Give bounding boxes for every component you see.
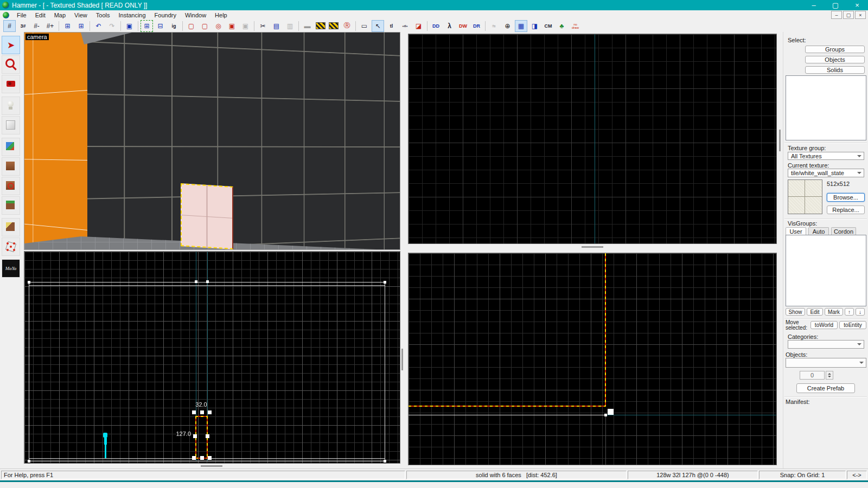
block-tool[interactable] [2, 116, 20, 134]
displacement-draw-icon[interactable]: DD [430, 20, 442, 32]
groups-button[interactable]: Groups [805, 46, 865, 53]
current-texture-dropdown[interactable]: tile/white_wall_state [788, 169, 864, 177]
objects-dropdown[interactable] [786, 358, 866, 368]
splitter-handle-vertical[interactable] [401, 349, 403, 370]
no-rotate-icon[interactable]: Ⓡ [341, 20, 353, 32]
paste-icon[interactable]: ▥ [284, 20, 296, 32]
move-down-button[interactable]: ↓ [856, 308, 865, 316]
move-up-button[interactable]: ↑ [845, 308, 854, 316]
viewport-top-right[interactable] [408, 34, 777, 244]
smoothing-groups-icon[interactable]: ≈ [488, 20, 500, 32]
vertex-tool[interactable] [2, 237, 20, 256]
undo-icon[interactable]: ↶ [92, 20, 105, 32]
minimize-button[interactable]: – [803, 0, 825, 10]
menu-map[interactable]: Map [50, 10, 70, 20]
displacement-remove-icon[interactable]: DR [470, 20, 483, 32]
smaller-grid-icon[interactable]: #- [30, 20, 43, 32]
ignore-groups-icon[interactable]: ig [168, 20, 180, 32]
hide-selected-icon[interactable]: ▢ [185, 20, 197, 32]
resize-handle-n[interactable] [200, 410, 204, 414]
resize-handle-w[interactable] [193, 434, 197, 438]
camera-tool[interactable] [2, 75, 20, 93]
splitter-handle-bottom-left[interactable] [201, 465, 222, 467]
replace-button[interactable]: Replace... [827, 206, 865, 214]
viewport-3d[interactable]: camera [24, 32, 400, 250]
menu-window[interactable]: Window [181, 10, 210, 20]
menu-help[interactable]: Help [210, 10, 232, 20]
to-entity-button[interactable]: toEntity [839, 321, 866, 329]
viewport-bottom-left[interactable]: 32.0 127.0 [24, 251, 400, 464]
splitter-handle-right-column[interactable] [582, 246, 603, 248]
apply-decals-tool[interactable] [2, 177, 20, 195]
mdi-minimize-button[interactable]: – [831, 11, 842, 19]
pick-tool-icon[interactable]: λ [443, 20, 456, 32]
room-corner-handle[interactable] [384, 460, 386, 463]
sphere-icon[interactable]: ⊕ [501, 20, 514, 32]
restore-button[interactable]: ▢ [825, 0, 846, 10]
resize-handle-ne[interactable] [208, 410, 212, 414]
viewport-bottom-right[interactable] [408, 253, 777, 465]
cordon-edit-icon[interactable]: ▣ [226, 20, 238, 32]
vertex-handle[interactable] [604, 414, 607, 416]
cordon-toggle-icon[interactable]: ▣ [239, 20, 252, 32]
group-icon[interactable]: ⊞ [141, 20, 153, 32]
default-texture-icon[interactable]: ▬ [301, 20, 314, 32]
objects-button[interactable]: Objects [805, 56, 865, 63]
texture-lock-icon[interactable]: tl [385, 20, 398, 32]
selection-listbox[interactable] [786, 75, 866, 140]
mdi-close-button[interactable]: × [855, 11, 866, 19]
save-window-state-icon[interactable]: ⊞ [75, 20, 87, 32]
show-button[interactable]: Show [786, 308, 805, 316]
room-corner-handle[interactable] [384, 281, 386, 284]
resize-handle-se[interactable] [208, 456, 212, 460]
texture-scale-lock-stripe-icon[interactable] [329, 22, 339, 29]
vertex-handle[interactable] [206, 280, 209, 283]
visgroups-tab-user[interactable]: User [786, 227, 806, 235]
displacement-walkable-icon[interactable]: DW [457, 20, 469, 32]
select-box-mode-icon[interactable]: ▭ [358, 20, 371, 32]
viewport-label-camera[interactable]: camera [25, 34, 49, 40]
close-button[interactable]: × [846, 0, 868, 10]
texture-lock-stripe-icon[interactable] [316, 22, 326, 29]
resize-handle-e[interactable] [206, 434, 209, 438]
menu-edit[interactable]: Edit [31, 10, 50, 20]
texture-application-tool[interactable] [2, 138, 20, 156]
resize-handle-sw[interactable] [192, 456, 196, 460]
texture-scale-lock-icon[interactable]: +tl+ [399, 20, 411, 32]
entity-tool[interactable] [2, 97, 20, 115]
splitter-handle-right-edge[interactable] [779, 130, 781, 151]
load-window-state-icon[interactable]: ⊞ [61, 20, 74, 32]
object-count-spinner[interactable] [826, 371, 833, 380]
texture-application-icon[interactable]: ▦ [515, 20, 527, 32]
grid-3d-icon[interactable]: 3# [17, 20, 29, 32]
maya-link-button[interactable]: MaYa [2, 259, 20, 278]
selected-brush-3d[interactable] [181, 183, 233, 249]
menu-file[interactable]: File [12, 10, 31, 20]
larger-grid-icon[interactable]: #+ [44, 20, 56, 32]
select-pointer-mode-icon[interactable]: ↖ [372, 20, 384, 32]
apply-current-texture-tool[interactable] [2, 157, 20, 176]
texture-preview[interactable] [788, 179, 822, 214]
categories-dropdown[interactable] [788, 340, 864, 349]
overlay-tool[interactable] [2, 196, 20, 215]
menu-tools[interactable]: Tools [92, 10, 114, 20]
drag-corner-handle[interactable] [608, 409, 614, 415]
menu-foundry[interactable]: Foundry [150, 10, 181, 20]
to-world-button[interactable]: toWorld [810, 321, 838, 329]
no-draw-icon[interactable]: no draw [569, 20, 582, 32]
browse-button[interactable]: Browse... [827, 193, 865, 202]
cut-icon[interactable]: ✂ [257, 20, 269, 32]
mark-button[interactable]: Mark [825, 308, 843, 316]
create-prefab-button[interactable]: Create Prefab [796, 383, 855, 393]
room-corner-handle[interactable] [28, 281, 30, 284]
magnify-tool[interactable] [2, 55, 20, 74]
hide-unselected-icon[interactable]: ▢ [199, 20, 211, 32]
menu-instancing[interactable]: Instancing [114, 10, 150, 20]
object-count-field[interactable]: 0 [800, 371, 825, 380]
selection-tool[interactable]: ➤ [2, 36, 20, 54]
texture-group-dropdown[interactable]: All Textures [788, 152, 864, 160]
solids-button[interactable]: Solids [805, 66, 865, 74]
ungroup-icon[interactable]: ⊟ [154, 20, 167, 32]
visgroups-tab-auto[interactable]: Auto [808, 227, 829, 235]
mdi-restore-button[interactable]: ▢ [843, 11, 854, 19]
